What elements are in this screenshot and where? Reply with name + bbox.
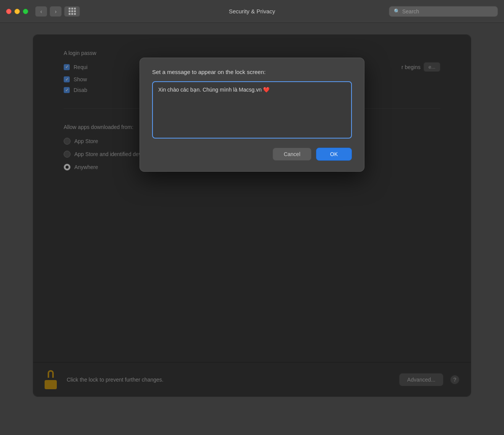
modal-title: Set a message to appear on the lock scre…	[152, 69, 352, 75]
close-button[interactable]	[6, 9, 11, 14]
search-icon: 🔍	[394, 8, 400, 14]
main-panel: A login passw Requi r begins e... Show D…	[33, 34, 471, 397]
modal-buttons: Cancel OK	[152, 148, 352, 161]
title-bar: ‹ › Security & Privacy 🔍 Search	[0, 0, 504, 23]
back-button[interactable]: ‹	[35, 6, 47, 17]
search-box[interactable]: 🔍 Search	[389, 6, 498, 17]
ok-button[interactable]: OK	[316, 148, 352, 161]
back-icon: ‹	[40, 8, 42, 14]
modal-dialog: Set a message to appear on the lock scre…	[140, 58, 364, 172]
cancel-button[interactable]: Cancel	[273, 148, 311, 161]
nav-buttons: ‹ ›	[35, 6, 62, 17]
forward-icon: ›	[55, 8, 57, 14]
traffic-lights	[6, 9, 28, 14]
grid-view-button[interactable]	[64, 6, 80, 17]
lock-screen-message-input[interactable]: Xin chào các bạn. Chúng mình là Macsg.vn…	[152, 81, 352, 139]
search-placeholder: Search	[402, 8, 419, 14]
window-title: Security & Privacy	[229, 8, 275, 14]
grid-icon	[69, 8, 76, 15]
forward-button[interactable]: ›	[50, 6, 62, 17]
modal-overlay: Set a message to appear on the lock scre…	[33, 35, 471, 396]
maximize-button[interactable]	[23, 9, 28, 14]
minimize-button[interactable]	[14, 9, 20, 14]
